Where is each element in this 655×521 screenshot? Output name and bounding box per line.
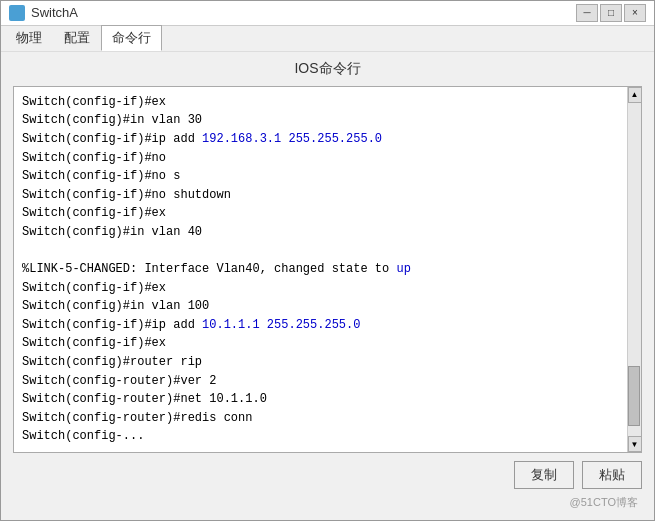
main-window: SwitchA ─ □ × 物理 配置 命令行 IOS命令行 Switch(co… bbox=[0, 0, 655, 521]
menu-item-cli[interactable]: 命令行 bbox=[101, 25, 162, 51]
paste-button[interactable]: 粘贴 bbox=[582, 461, 642, 489]
scroll-up-button[interactable]: ▲ bbox=[628, 87, 642, 103]
window-controls: ─ □ × bbox=[576, 4, 646, 22]
close-button[interactable]: × bbox=[624, 4, 646, 22]
terminal-output[interactable]: Switch(config-if)#ex Switch(config)#in v… bbox=[14, 87, 627, 452]
scrollbar[interactable]: ▲ ▼ bbox=[627, 87, 641, 452]
scrollbar-thumb[interactable] bbox=[628, 366, 640, 426]
watermark: @51CTO博客 bbox=[13, 493, 642, 512]
title-bar: SwitchA ─ □ × bbox=[1, 1, 654, 26]
button-row: 复制 粘贴 bbox=[13, 453, 642, 493]
scroll-down-button[interactable]: ▼ bbox=[628, 436, 642, 452]
page-title: IOS命令行 bbox=[13, 60, 642, 78]
terminal-container[interactable]: Switch(config-if)#ex Switch(config)#in v… bbox=[13, 86, 642, 453]
copy-button[interactable]: 复制 bbox=[514, 461, 574, 489]
app-icon bbox=[9, 5, 25, 21]
menu-bar: 物理 配置 命令行 bbox=[1, 26, 654, 52]
menu-item-physics[interactable]: 物理 bbox=[5, 25, 53, 51]
menu-item-config[interactable]: 配置 bbox=[53, 25, 101, 51]
scrollbar-track[interactable] bbox=[628, 103, 641, 436]
minimize-button[interactable]: ─ bbox=[576, 4, 598, 22]
maximize-button[interactable]: □ bbox=[600, 4, 622, 22]
content-area: IOS命令行 Switch(config-if)#ex Switch(confi… bbox=[1, 52, 654, 520]
window-title: SwitchA bbox=[31, 5, 576, 20]
